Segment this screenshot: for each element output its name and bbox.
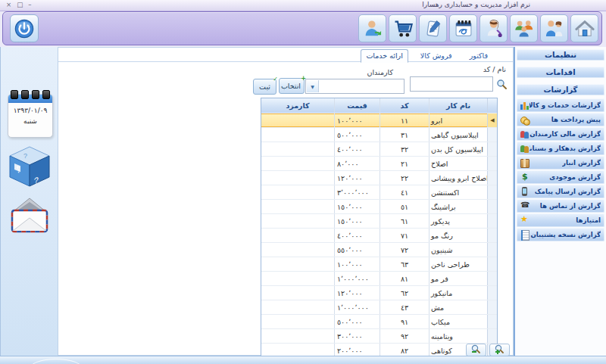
column-header-fee[interactable]: کارمزد bbox=[261, 98, 334, 113]
sidebar-item[interactable]: گزارشات خدمات و کالا bbox=[517, 98, 604, 112]
column-header-code[interactable]: کد bbox=[380, 98, 429, 113]
sidebar-item[interactable]: پیش پرداخت ها bbox=[517, 113, 604, 126]
chevron-down-icon[interactable] bbox=[307, 80, 319, 92]
table-row[interactable]: اپیلاسیون گیاهی ٣١ ٥٠٠٬٠٠٠ bbox=[261, 127, 497, 142]
calendar-widget[interactable]: ١٣٩٣/٠١/٠٩ شنبه bbox=[8, 94, 53, 138]
titlebar: نرم افزار مدیریت و حسابداری رهسارا × □ – bbox=[0, 0, 606, 11]
sidebar-item[interactable]: گزارش مالی کارمندان bbox=[517, 127, 604, 141]
power-button[interactable] bbox=[10, 14, 39, 42]
cell-code: ٣١ bbox=[380, 128, 429, 142]
maximize-button[interactable]: □ bbox=[17, 1, 23, 9]
close-button[interactable]: × bbox=[6, 1, 11, 9]
svg-text:?: ? bbox=[23, 152, 27, 160]
tab[interactable]: فروش کالا bbox=[415, 49, 458, 63]
minimize-button[interactable]: – bbox=[28, 1, 31, 9]
window-controls: × □ – bbox=[6, 1, 31, 9]
sidebar-item[interactable]: گزارش نسخه پشتیبان و بازیابی bbox=[517, 228, 604, 241]
table-row[interactable]: پدیکور ٦١ ١٥٠٬٠٠٠ bbox=[261, 213, 497, 228]
table-row[interactable]: براشینگ ٥١ ١٥٠٬٠٠٠ bbox=[261, 199, 497, 213]
select-button[interactable]: انتخاب + bbox=[279, 78, 305, 94]
cell-fee bbox=[261, 272, 334, 285]
people-group-button[interactable] bbox=[510, 14, 538, 42]
cell-price: ٤٠٠٬٠٠٠ bbox=[334, 142, 380, 156]
table-row[interactable]: شینیون ٧٢ ٥٥٠٬٠٠٠ bbox=[261, 242, 497, 257]
sidebar-item[interactable]: گزارش ارسال پیامک bbox=[517, 185, 604, 198]
sidebar-item-icon bbox=[520, 158, 529, 168]
app-window: نرم افزار مدیریت و حسابداری رهسارا × □ – bbox=[0, 0, 606, 364]
table-row[interactable]: طراحی ناخن ٦٣ ١٠٠٬٠٠٠ bbox=[261, 257, 497, 271]
sidebar-section-header[interactable]: تنظیمات bbox=[517, 49, 604, 61]
cell-fee bbox=[261, 214, 334, 228]
cell-code: ٥١ bbox=[380, 200, 429, 213]
table-row[interactable]: رنگ مو ٧١ ٤٠٠٬٠٠٠ bbox=[261, 228, 497, 242]
content-panel: فاکتورفروش کالاارائه خدمات نام / کد کارم… bbox=[58, 47, 514, 356]
zoom-out-button[interactable] bbox=[466, 344, 486, 356]
column-header-price[interactable]: قیمت bbox=[334, 98, 380, 113]
row-selector bbox=[487, 128, 497, 142]
sidebar-item[interactable]: امتیازها bbox=[517, 213, 604, 227]
table-row[interactable]: مش ٤٣ ١٬٠٠٠٬٠٠٠ bbox=[261, 300, 497, 314]
secretary-button[interactable] bbox=[479, 14, 508, 42]
table-row[interactable]: اصلاح ٢١ ٨٠٬٠٠٠ bbox=[261, 156, 497, 170]
sidebar-item[interactable]: گزارش موجودی bbox=[517, 170, 604, 184]
tab[interactable]: فاکتور bbox=[464, 49, 493, 63]
cell-code: ٩٢ bbox=[380, 329, 429, 343]
sidebar-items: گزارشات خدمات و کالا پیش پرداخت ها گزارش… bbox=[515, 98, 606, 241]
help-cube-button[interactable]: ؟ ? ? bbox=[7, 145, 52, 189]
sidebar-item[interactable]: گزارش از تماس ها bbox=[517, 199, 604, 213]
table-row[interactable]: ویتامینه ٩٢ ٣٠٠٬٠٠٠ bbox=[261, 328, 497, 343]
sidebar-section-header[interactable]: اقدامات bbox=[517, 67, 604, 78]
cell-name: اکستنشن bbox=[429, 185, 487, 199]
cell-name: پدیکور bbox=[429, 214, 487, 228]
search-button[interactable] bbox=[495, 79, 508, 91]
cell-fee bbox=[261, 142, 334, 156]
table-header-row: نام کار کد قیمت کارمزد bbox=[261, 98, 497, 113]
cell-name: طراحی ناخن bbox=[429, 257, 487, 271]
table-row[interactable]: اصلاح ابرو وپیشانی ٢٢ ١٢٠٬٠٠٠ bbox=[261, 170, 497, 185]
cell-name: اصلاح ابرو وپیشانی bbox=[429, 171, 487, 185]
sidebar-item[interactable]: گزارش انبار bbox=[517, 156, 604, 170]
row-selector bbox=[487, 171, 497, 185]
cart-button[interactable] bbox=[389, 14, 417, 42]
two-users-button[interactable] bbox=[540, 14, 568, 42]
cell-fee bbox=[261, 200, 334, 213]
two-users-icon bbox=[544, 18, 565, 39]
user-sync-button[interactable] bbox=[358, 14, 386, 42]
messages-button[interactable] bbox=[8, 194, 51, 236]
sidebar-section-header[interactable]: گزارشات bbox=[517, 84, 604, 95]
cell-price: ٤٠٠٬٠٠٠ bbox=[334, 229, 380, 242]
cell-code: ٤١ bbox=[380, 185, 429, 199]
sidebar-item-icon bbox=[520, 216, 529, 226]
invoice-note-button[interactable] bbox=[419, 14, 447, 42]
calendar-button[interactable] bbox=[449, 14, 477, 42]
zoom-in-button[interactable] bbox=[489, 344, 510, 356]
toolbar-icons bbox=[358, 14, 598, 42]
cell-code: ٩١ bbox=[380, 315, 429, 328]
window-title: نرم افزار مدیریت و حسابداری رهسارا bbox=[422, 1, 530, 8]
sidebar-item-label: گزارش از تماس ها bbox=[540, 202, 601, 210]
note-pencil-icon bbox=[423, 18, 444, 39]
table-row[interactable]: مانیکور ٦٢ ١٢٠٬٠٠٠ bbox=[261, 285, 497, 300]
cell-fee bbox=[261, 157, 334, 170]
sidebar-item-icon bbox=[520, 115, 529, 125]
search-input[interactable] bbox=[410, 76, 493, 92]
selector-header-cell bbox=[487, 98, 497, 113]
table-row[interactable]: میکاپ ٩١ ٥٠٠٬٠٠٠ bbox=[261, 314, 497, 328]
cell-fee bbox=[261, 229, 334, 242]
cell-price: ١٢٠٬٠٠٠ bbox=[334, 286, 380, 300]
sidebar-item-label: گزارش مالی کارمندان bbox=[529, 130, 601, 138]
sidebar-item-icon bbox=[520, 129, 529, 139]
cell-code: ٦٣ bbox=[380, 257, 429, 271]
employees-combobox[interactable] bbox=[305, 79, 405, 94]
home-button[interactable] bbox=[570, 14, 598, 42]
tab[interactable]: ارائه خدمات bbox=[361, 49, 408, 63]
cell-name: اپیلاسیون گیاهی bbox=[429, 128, 487, 142]
column-header-name[interactable]: نام کار bbox=[429, 98, 487, 113]
sidebar-item[interactable]: گزارش بدهکار و بستانکار bbox=[517, 142, 604, 155]
table-row[interactable]: اپیلاسیون کل بدن ٣٢ ٤٠٠٬٠٠٠ bbox=[261, 142, 497, 156]
submit-button[interactable]: ثبت ✓ bbox=[253, 79, 276, 95]
table-row[interactable]: فر مو ٨١ ١٬٠٠٠٬٠٠٠ bbox=[261, 271, 497, 285]
table-row[interactable]: اکستنشن ٤١ ٣٬٠٠٠٬٠٠٠ bbox=[261, 185, 497, 199]
table-row[interactable]: ابرو ١١ ١٠٠٬٠٠٠ bbox=[261, 113, 497, 127]
check-icon: ✓ bbox=[273, 76, 278, 82]
